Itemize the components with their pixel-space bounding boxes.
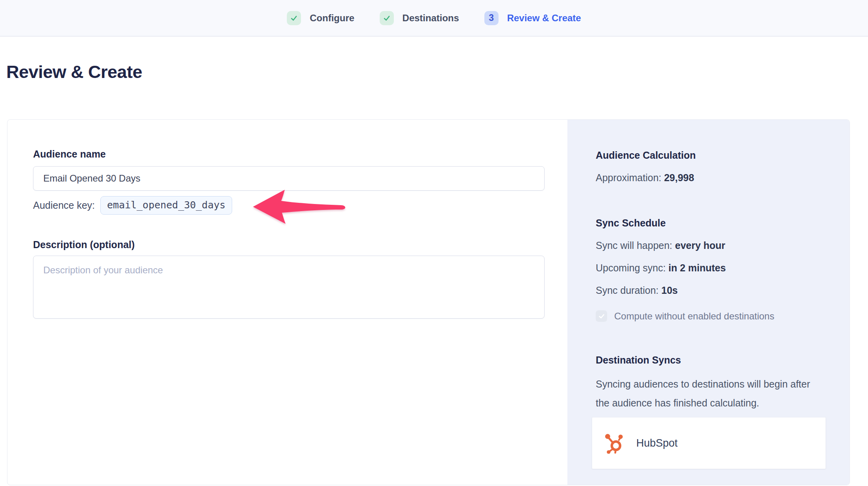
- page-title: Review & Create: [6, 62, 868, 82]
- approximation-value: 29,998: [664, 172, 694, 183]
- step-number-badge: 3: [484, 11, 499, 25]
- check-icon: [383, 14, 391, 22]
- sync-schedule-heading: Sync Schedule: [596, 217, 826, 229]
- audience-key-label: Audience key:: [33, 200, 95, 211]
- audience-name-label: Audience name: [33, 148, 567, 160]
- approximation-label: Approximation:: [596, 172, 661, 183]
- sync-row-label: Sync will happen:: [596, 240, 672, 251]
- sync-row-value: in 2 minutes: [669, 262, 726, 273]
- step-label: Destinations: [403, 13, 459, 24]
- destination-syncs-heading: Destination Syncs: [596, 354, 826, 366]
- step-destinations[interactable]: Destinations: [380, 11, 459, 25]
- check-icon: [290, 14, 298, 22]
- sync-row-value: 10s: [661, 285, 678, 296]
- compute-checkbox[interactable]: [596, 310, 607, 322]
- sync-row-label: Upcoming sync:: [596, 262, 666, 273]
- compute-checkbox-row: Compute without enabled destinations: [596, 310, 826, 322]
- audience-calculation-heading: Audience Calculation: [596, 149, 826, 161]
- audience-key-chip: email_opened_30_days: [100, 196, 232, 215]
- step-done-badge: [287, 11, 301, 25]
- sync-will-happen-row: Sync will happen: every hour: [596, 239, 826, 251]
- approximation-row: Approximation: 29,998: [596, 172, 826, 184]
- audience-name-input[interactable]: [33, 166, 545, 191]
- check-icon: [598, 313, 605, 320]
- sync-duration-row: Sync duration: 10s: [596, 284, 826, 296]
- audience-key-row: Audience key: email_opened_30_days: [33, 194, 567, 216]
- review-card: Audience name Audience key: email_opened…: [7, 119, 850, 485]
- sync-row-value: every hour: [675, 240, 726, 251]
- destination-syncs-description: Syncing audiences to destinations will b…: [596, 375, 816, 412]
- description-textarea[interactable]: [33, 256, 545, 319]
- upcoming-sync-row: Upcoming sync: in 2 minutes: [596, 262, 826, 274]
- audience-form: Audience name Audience key: email_opened…: [7, 120, 567, 485]
- wizard-stepper: Configure Destinations 3 Review & Create: [287, 11, 581, 25]
- step-review-create[interactable]: 3 Review & Create: [484, 11, 581, 25]
- summary-panel: Audience Calculation Approximation: 29,9…: [567, 120, 850, 485]
- destination-name: HubSpot: [636, 437, 678, 449]
- wizard-topbar: Configure Destinations 3 Review & Create: [0, 0, 868, 37]
- compute-checkbox-label: Compute without enabled destinations: [614, 311, 774, 322]
- hubspot-sprocket-icon: [604, 432, 625, 454]
- step-label: Review & Create: [507, 13, 581, 24]
- step-label: Configure: [310, 13, 354, 24]
- step-configure[interactable]: Configure: [287, 11, 354, 25]
- destination-card-hubspot[interactable]: HubSpot: [592, 417, 826, 469]
- description-label: Description (optional): [33, 239, 567, 250]
- sync-row-label: Sync duration:: [596, 285, 659, 296]
- step-done-badge: [380, 11, 394, 25]
